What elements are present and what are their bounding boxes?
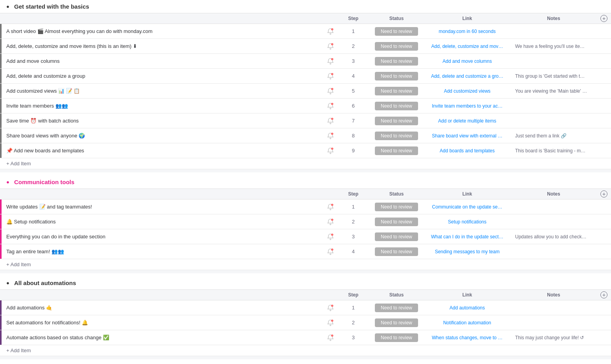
col-step: Step — [338, 290, 369, 300]
status-cell[interactable]: Need to review — [369, 317, 424, 329]
status-cell[interactable]: Need to review — [369, 70, 424, 82]
link-cell: Add, delete, customize and mov… — [424, 42, 510, 51]
section-header-basics[interactable]: ● Get started with the basics — [0, 0, 611, 13]
status-badge[interactable]: Need to review — [375, 232, 418, 241]
notification-icon[interactable]: 1 — [323, 102, 338, 110]
col-notes: Notes — [510, 189, 597, 199]
add-column-button[interactable]: + — [600, 291, 607, 298]
notification-icon[interactable]: 1 — [323, 334, 338, 341]
notification-icon[interactable]: 1 — [323, 218, 338, 225]
status-cell[interactable]: Need to review — [369, 130, 424, 142]
link-text[interactable]: Invite team members to your ac… — [432, 103, 503, 109]
status-badge[interactable]: Need to review — [375, 42, 418, 51]
link-text[interactable]: Communicate on the update se… — [432, 204, 503, 210]
notification-icon[interactable]: 1 — [323, 233, 338, 240]
notes-cell — [510, 60, 597, 63]
status-badge[interactable]: Need to review — [375, 117, 418, 125]
col-add-button[interactable]: + — [597, 190, 611, 198]
link-text[interactable]: Add customized views — [444, 88, 491, 94]
add-item-label[interactable]: + Add Item — [6, 161, 31, 166]
svg-text:1: 1 — [332, 148, 333, 150]
step-cell: 4 — [338, 249, 369, 254]
section-header-automations[interactable]: ● All about automations — [0, 276, 611, 289]
table-row: Add customized views 📊 📝 📋 1 5 Need to r… — [0, 84, 611, 99]
add-column-button[interactable]: + — [600, 15, 607, 22]
status-badge[interactable]: Need to review — [375, 146, 418, 155]
notification-icon[interactable]: 1 — [323, 203, 338, 210]
step-cell: 2 — [338, 320, 369, 326]
notification-icon[interactable]: 1 — [323, 43, 338, 50]
status-cell[interactable]: Need to review — [369, 40, 424, 52]
status-cell[interactable]: Need to review — [369, 85, 424, 97]
notification-icon[interactable]: 1 — [323, 304, 338, 311]
link-text[interactable]: Share board view with external … — [432, 133, 502, 139]
link-text[interactable]: When status changes, move to … — [432, 335, 503, 340]
status-cell[interactable]: Need to review — [369, 332, 424, 344]
status-badge[interactable]: Need to review — [375, 247, 418, 256]
col-add-button[interactable]: + — [597, 15, 611, 22]
status-cell[interactable]: Need to review — [369, 26, 424, 37]
status-badge[interactable]: Need to review — [375, 132, 418, 140]
table-row: Share board views with anyone 🌍 1 8 Need… — [0, 128, 611, 143]
status-cell[interactable]: Need to review — [369, 115, 424, 127]
link-text[interactable]: Add and move columns — [442, 59, 492, 64]
toggle-icon[interactable]: ● — [5, 179, 11, 185]
link-text[interactable]: monday.com in 60 seconds — [439, 29, 495, 34]
link-cell: Communicate on the update se… — [424, 203, 510, 211]
status-badge[interactable]: Need to review — [375, 203, 418, 211]
notification-icon[interactable]: 1 — [323, 147, 338, 154]
status-badge[interactable]: Need to review — [375, 218, 418, 226]
table-row: 🔔 Setup notifications 1 2 Need to review… — [0, 214, 611, 229]
notification-icon[interactable]: 1 — [323, 58, 338, 65]
notification-icon[interactable]: 1 — [323, 319, 338, 326]
status-cell[interactable]: Need to review — [369, 216, 424, 228]
add-item-label[interactable]: + Add Item — [6, 262, 31, 267]
link-text[interactable]: What can I do in the update sect… — [431, 234, 503, 240]
add-item-label[interactable]: + Add Item — [6, 348, 31, 353]
notification-icon[interactable]: 1 — [323, 132, 338, 139]
link-text[interactable]: Notification automation — [443, 320, 491, 326]
status-cell[interactable]: Need to review — [369, 55, 424, 67]
status-cell[interactable]: Need to review — [369, 246, 424, 258]
col-step: Step — [338, 13, 369, 24]
status-badge[interactable]: Need to review — [375, 27, 418, 36]
add-item-row[interactable]: + Add Item — [0, 158, 611, 169]
status-cell[interactable]: Need to review — [369, 100, 424, 112]
link-text[interactable]: Add automations — [450, 305, 485, 311]
status-badge[interactable]: Need to review — [375, 72, 418, 80]
toggle-icon[interactable]: ● — [5, 280, 11, 286]
notification-icon[interactable]: 1 — [323, 117, 338, 124]
table-row: 📌 Add new boards and templates 1 9 Need … — [0, 143, 611, 158]
status-badge[interactable]: Need to review — [375, 304, 418, 312]
svg-point-15 — [330, 108, 331, 109]
section-header-communication[interactable]: ● Communication tools — [0, 176, 611, 188]
link-text[interactable]: Add, delete, customize and mov… — [431, 44, 503, 49]
status-badge[interactable]: Need to review — [375, 333, 418, 342]
link-text[interactable]: Setup notifications — [448, 219, 486, 225]
notification-icon[interactable]: 1 — [323, 28, 338, 35]
col-add-button[interactable]: + — [597, 291, 611, 298]
status-cell[interactable]: Need to review — [369, 201, 424, 213]
notification-icon[interactable]: 1 — [323, 248, 338, 255]
notification-icon[interactable]: 1 — [323, 88, 338, 95]
link-text[interactable]: Add or delete multiple items — [438, 118, 496, 124]
status-badge[interactable]: Need to review — [375, 102, 418, 110]
status-cell[interactable]: Need to review — [369, 302, 424, 314]
add-column-button[interactable]: + — [600, 190, 607, 198]
status-badge[interactable]: Need to review — [375, 57, 418, 66]
status-cell[interactable]: Need to review — [369, 145, 424, 157]
link-text[interactable]: Add boards and templates — [440, 148, 495, 154]
status-cell[interactable]: Need to review — [369, 231, 424, 243]
add-item-row[interactable]: + Add Item — [0, 259, 611, 270]
status-badge[interactable]: Need to review — [375, 318, 418, 327]
toggle-icon[interactable]: ● — [5, 4, 11, 10]
col-headers: Step Status Link Notes + — [0, 188, 611, 199]
status-badge[interactable]: Need to review — [375, 87, 418, 95]
add-item-row[interactable]: + Add Item — [0, 345, 611, 356]
link-text[interactable]: Add, delete and customize a gro… — [431, 73, 503, 79]
notification-icon[interactable]: 1 — [323, 73, 338, 80]
notes-cell — [510, 220, 597, 223]
step-cell: 9 — [338, 148, 369, 154]
link-text[interactable]: Sending messages to my team — [435, 249, 500, 254]
notes-cell — [510, 306, 597, 309]
